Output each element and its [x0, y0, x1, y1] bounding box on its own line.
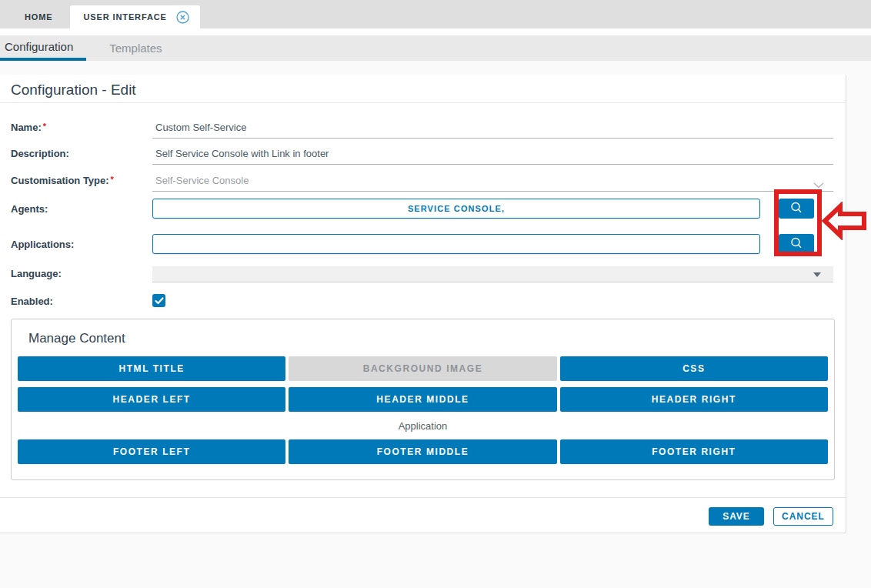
close-icon[interactable]	[176, 11, 189, 24]
css-button[interactable]: CSS	[560, 356, 828, 381]
manage-content-grid: HTML TITLE BACKGROUND IMAGE CSS HEADER L…	[18, 356, 828, 464]
tab-templates-label: Templates	[109, 42, 162, 55]
manage-content-panel: Manage Content HTML TITLE BACKGROUND IMA…	[11, 319, 835, 480]
language-row: Language:	[0, 266, 846, 282]
enabled-field-wrap	[152, 294, 846, 307]
header-middle-button[interactable]: HEADER MIDDLE	[289, 387, 556, 412]
enabled-row: Enabled:	[0, 294, 846, 307]
background-gap	[0, 61, 871, 75]
footer-middle-button[interactable]: FOOTER MIDDLE	[289, 439, 556, 464]
checkmark-icon	[155, 294, 164, 308]
name-input[interactable]	[152, 120, 833, 139]
tab-templates[interactable]: Templates	[97, 35, 174, 61]
description-input[interactable]	[152, 146, 833, 165]
enabled-checkbox[interactable]	[152, 294, 165, 307]
tab-user-interface[interactable]: USER INTERFACE	[70, 5, 200, 28]
tab-configuration-label: Configuration	[5, 40, 73, 53]
name-field-wrap	[152, 120, 846, 139]
title-divider	[0, 102, 846, 103]
customisation-type-row: Customisation Type:*	[0, 173, 846, 192]
header-left-button[interactable]: HEADER LEFT	[18, 387, 285, 412]
caret-down-icon	[813, 272, 821, 277]
app-window: HOME USER INTERFACE Configuration Templa…	[0, 0, 871, 588]
required-asterisk: *	[111, 175, 114, 184]
applications-input[interactable]	[152, 234, 760, 254]
agents-row: Agents:	[0, 199, 846, 219]
language-field-wrap	[152, 266, 846, 282]
enabled-label: Enabled:	[11, 294, 152, 307]
description-row: Description:	[0, 146, 846, 165]
name-label: Name:*	[11, 120, 152, 133]
save-button[interactable]: SAVE	[709, 507, 764, 526]
chevron-down-icon	[813, 178, 824, 192]
configuration-edit-card: Configuration - Edit Name:* Description:…	[0, 75, 846, 533]
agents-field-wrap	[152, 199, 846, 219]
footer-actions: SAVE CANCEL	[0, 498, 846, 533]
description-label: Description:	[11, 146, 152, 159]
customisation-type-select	[152, 173, 833, 192]
manage-content-title: Manage Content	[18, 329, 828, 349]
search-icon	[789, 201, 804, 217]
header-right-button[interactable]: HEADER RIGHT	[560, 387, 828, 412]
required-asterisk: *	[43, 122, 46, 131]
tab-configuration[interactable]: Configuration	[0, 35, 86, 61]
window-tabstrip: HOME USER INTERFACE	[0, 0, 871, 28]
agents-search-button[interactable]	[779, 199, 814, 219]
search-icon	[789, 236, 804, 252]
html-title-button[interactable]: HTML TITLE	[18, 356, 285, 381]
description-field-wrap	[152, 146, 846, 165]
tab-home-label: HOME	[25, 12, 53, 22]
application-label: Application	[18, 418, 828, 433]
tabstrip-spacer	[0, 28, 871, 35]
sub-tabbar: Configuration Templates	[0, 35, 871, 61]
language-select	[152, 266, 833, 282]
footer-right-button[interactable]: FOOTER RIGHT	[560, 439, 828, 464]
tab-home[interactable]: HOME	[8, 5, 70, 28]
agents-label: Agents:	[11, 199, 152, 215]
agents-input[interactable]	[152, 199, 760, 219]
name-row: Name:*	[0, 120, 846, 139]
applications-field-wrap	[152, 234, 846, 254]
applications-row: Applications:	[0, 234, 846, 254]
page-title: Configuration - Edit	[0, 75, 846, 99]
applications-label: Applications:	[11, 234, 152, 250]
cancel-button[interactable]: CANCEL	[773, 507, 833, 526]
customisation-type-label: Customisation Type:*	[11, 173, 152, 186]
customisation-type-field-wrap	[152, 173, 846, 192]
language-label: Language:	[11, 266, 152, 279]
footer-left-button[interactable]: FOOTER LEFT	[18, 439, 285, 464]
background-image-button: BACKGROUND IMAGE	[289, 356, 556, 381]
applications-search-button[interactable]	[779, 234, 814, 254]
tab-user-interface-label: USER INTERFACE	[84, 12, 167, 22]
